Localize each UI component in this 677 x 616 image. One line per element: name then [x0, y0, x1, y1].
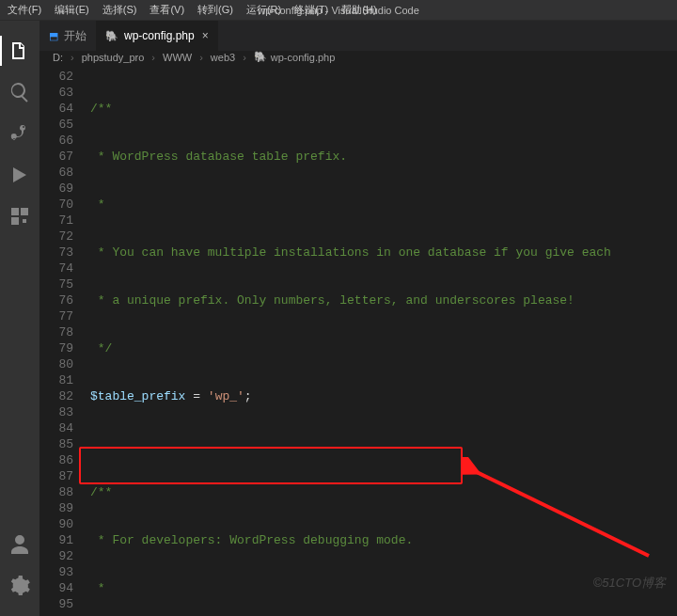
account-icon[interactable]	[8, 533, 31, 556]
editor-area: ⬒ 开始 🐘 wp-config.php × D:› phpstudy_pro›…	[39, 21, 677, 595]
breadcrumb[interactable]: D:› phpstudy_pro› WWW› web3› 🐘 wp-config…	[39, 51, 677, 63]
tab-bar: ⬒ 开始 🐘 wp-config.php ×	[39, 21, 677, 51]
crumb-folder[interactable]: web3	[211, 52, 235, 63]
menu-edit[interactable]: 编辑(E)	[55, 3, 89, 17]
explorer-icon[interactable]	[8, 39, 31, 62]
code-editor[interactable]: 6263646566676869707172737475767778798081…	[39, 63, 677, 616]
crumb-drive[interactable]: D:	[53, 52, 63, 63]
crumb-folder[interactable]: WWW	[163, 52, 192, 63]
menu-file[interactable]: 文件(F)	[8, 3, 41, 17]
tab-label: 开始	[64, 28, 87, 44]
menu-goto[interactable]: 转到(G)	[197, 3, 233, 17]
run-debug-icon[interactable]	[8, 164, 31, 186]
tab-label: wp-config.php	[124, 29, 195, 42]
php-file-icon: 🐘	[105, 30, 118, 42]
line-number-gutter: 6263646566676869707172737475767778798081…	[39, 63, 85, 616]
settings-gear-icon[interactable]	[8, 575, 31, 597]
close-icon[interactable]: ×	[202, 29, 209, 42]
activity-bar	[0, 21, 39, 616]
watermark: ©51CTO博客	[593, 575, 666, 592]
tab-wp-config[interactable]: 🐘 wp-config.php ×	[96, 21, 218, 51]
main-area: ⬒ 开始 🐘 wp-config.php × D:› phpstudy_pro›…	[0, 21, 677, 595]
extensions-icon[interactable]	[8, 205, 31, 228]
menu-view[interactable]: 查看(V)	[150, 3, 184, 17]
code-content[interactable]: /** * WordPress database table prefix. *…	[85, 63, 677, 616]
titlebar: 文件(F) 编辑(E) 选择(S) 查看(V) 转到(G) 运行(R) 终端(T…	[0, 0, 677, 21]
window-title: wp-config.php - Visual Studio Code	[258, 5, 419, 16]
welcome-icon: ⬒	[49, 30, 58, 42]
annotation-highlight-box	[79, 447, 463, 484]
menu-select[interactable]: 选择(S)	[102, 3, 137, 17]
crumb-folder[interactable]: phpstudy_pro	[82, 52, 145, 63]
php-file-icon: 🐘	[254, 51, 267, 63]
search-icon[interactable]	[8, 81, 31, 103]
crumb-file[interactable]: wp-config.php	[271, 52, 336, 63]
tab-welcome[interactable]: ⬒ 开始	[39, 21, 96, 51]
source-control-icon[interactable]	[8, 122, 31, 145]
